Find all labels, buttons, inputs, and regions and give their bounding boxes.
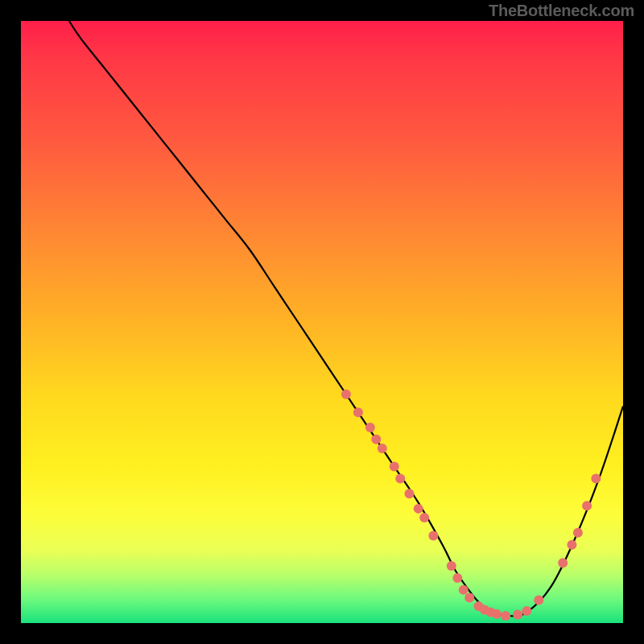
curve-marker — [395, 473, 405, 483]
curve-marker — [558, 558, 568, 568]
plot-area — [21, 21, 623, 623]
curve-marker — [452, 573, 462, 583]
curve-marker — [513, 610, 522, 620]
curve-marker — [378, 444, 387, 453]
curve-marker — [414, 504, 423, 514]
curve-marker — [447, 561, 456, 571]
chart-container: TheBottleneck.com — [0, 0, 644, 644]
curve-marker — [428, 531, 438, 541]
chart-svg — [21, 21, 623, 623]
curve-marker — [404, 489, 414, 498]
bottleneck-curve — [69, 21, 623, 616]
curve-marker — [353, 407, 363, 417]
curve-marker — [341, 390, 351, 399]
curve-marker — [390, 462, 399, 472]
curve-marker — [591, 473, 601, 483]
curve-marker — [534, 596, 543, 605]
curve-marker — [419, 513, 429, 522]
curve-marker — [501, 611, 510, 621]
curve-marker — [459, 585, 469, 595]
curve-marker — [365, 423, 375, 432]
curve-marker — [567, 540, 576, 550]
curve-marker — [522, 606, 531, 616]
curve-marker — [371, 435, 381, 444]
curve-markers — [341, 390, 601, 621]
curve-marker — [492, 609, 502, 619]
curve-marker — [582, 501, 592, 510]
curve-marker — [573, 528, 583, 538]
curve-marker — [464, 593, 474, 603]
watermark-text: TheBottleneck.com — [489, 2, 634, 20]
